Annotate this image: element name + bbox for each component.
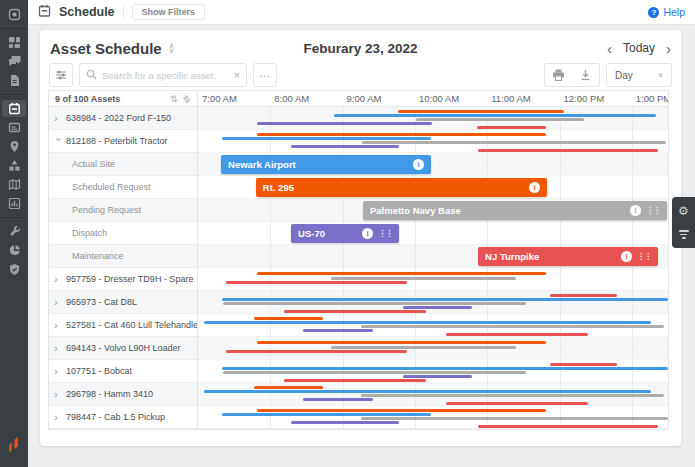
gantt-bar-red[interactable]: [446, 402, 588, 405]
gantt-block[interactable]: US-70i⋮⋮: [291, 224, 399, 243]
gantt-bar-gray[interactable]: [223, 371, 526, 374]
print-icon[interactable]: [545, 64, 572, 86]
gantt-bar-red[interactable]: [550, 363, 617, 366]
gantt-bar-gray[interactable]: [361, 325, 664, 328]
next-day-icon[interactable]: ›: [666, 41, 671, 56]
gantt-bar-orange[interactable]: [257, 341, 546, 344]
gantt-block[interactable]: Palmetto Navy Basei⋮⋮: [363, 201, 667, 220]
collapse-all-icon[interactable]: ⇆: [183, 94, 191, 104]
asset-row[interactable]: ›296798 - Hamm 3410: [49, 383, 197, 406]
gantt-bar-purple[interactable]: [291, 421, 399, 424]
map-icon[interactable]: [2, 176, 26, 193]
chevron-right-icon[interactable]: ›: [54, 320, 62, 331]
help-link[interactable]: ? Help: [648, 6, 685, 18]
app-target-icon[interactable]: [2, 6, 26, 23]
gantt-bar-purple[interactable]: [303, 329, 373, 332]
gantt-bar-red[interactable]: [446, 333, 588, 336]
chevron-right-icon[interactable]: ›: [54, 297, 62, 308]
info-icon[interactable]: i: [529, 182, 540, 193]
chevron-down-icon[interactable]: ›: [53, 137, 64, 145]
chevron-right-icon[interactable]: ›: [54, 366, 62, 377]
gantt-block[interactable]: Rt. 295i: [256, 178, 547, 197]
gantt-bar-gray[interactable]: [416, 118, 584, 121]
show-filters-button[interactable]: Show Filters: [132, 4, 206, 20]
schedule-icon[interactable]: [2, 100, 26, 117]
gantt-bar-red[interactable]: [226, 350, 407, 353]
gantt-bar-gray[interactable]: [362, 141, 666, 144]
asset-subrow[interactable]: Maintenance: [49, 245, 197, 268]
gantt-bar-orange[interactable]: [254, 317, 323, 320]
gantt-bar-blue[interactable]: [334, 114, 656, 117]
gantt-bar-blue[interactable]: [222, 137, 431, 140]
gantt-bar-purple[interactable]: [403, 306, 472, 309]
chevron-right-icon[interactable]: ›: [54, 412, 62, 423]
chevron-right-icon[interactable]: ›: [54, 274, 62, 285]
info-icon[interactable]: i: [621, 251, 632, 262]
gantt-bar-blue[interactable]: [222, 413, 431, 416]
gear-icon[interactable]: ⚙: [678, 205, 689, 217]
shield-check-icon[interactable]: [2, 261, 26, 278]
gantt-bar-gray[interactable]: [361, 417, 668, 420]
gantt-bar-orange[interactable]: [257, 409, 546, 412]
gantt-bar-gray[interactable]: [331, 277, 516, 280]
gantt-bar-gray[interactable]: [223, 302, 526, 305]
sort-rows-icon[interactable]: ⇅: [170, 94, 178, 104]
filter-icon[interactable]: [679, 230, 689, 239]
asset-subrow[interactable]: Scheduled Request: [49, 176, 197, 199]
gantt-bar-red[interactable]: [284, 379, 426, 382]
gantt-block[interactable]: NJ Turnpikei⋮⋮: [478, 247, 658, 266]
chevron-right-icon[interactable]: ›: [54, 343, 62, 354]
gantt-bar-purple[interactable]: [303, 398, 373, 401]
gantt-bar-red[interactable]: [477, 126, 546, 129]
info-icon[interactable]: i: [413, 159, 424, 170]
gantt-bar-gray[interactable]: [331, 346, 516, 349]
asset-subrow[interactable]: Dispatch: [49, 222, 197, 245]
location-pin-icon[interactable]: [2, 138, 26, 155]
brand-logo[interactable]: [0, 436, 28, 455]
gantt-block[interactable]: Newark Airporti: [221, 155, 431, 174]
gantt-bar-orange[interactable]: [257, 133, 546, 136]
gantt-bar-blue[interactable]: [204, 321, 651, 324]
asset-row[interactable]: ›638984 - 2022 Ford F-150: [49, 107, 197, 130]
clear-search-icon[interactable]: ×: [234, 69, 240, 81]
asset-row[interactable]: ›107751 - Bobcat: [49, 360, 197, 383]
wrench-icon[interactable]: [2, 223, 26, 240]
chevron-right-icon[interactable]: ›: [54, 389, 62, 400]
chat-icon[interactable]: [2, 53, 26, 70]
search-input[interactable]: [102, 70, 229, 81]
today-button[interactable]: Today: [623, 41, 655, 55]
dashboard-icon[interactable]: [2, 34, 26, 51]
gantt-bar-red[interactable]: [226, 281, 407, 284]
gantt-bar-orange[interactable]: [398, 110, 564, 113]
gantt-bar-orange[interactable]: [257, 272, 546, 275]
info-icon[interactable]: i: [630, 205, 641, 216]
drag-handle-icon[interactable]: ⋮⋮: [646, 207, 660, 215]
gantt-bar-blue[interactable]: [222, 367, 668, 370]
gantt-bar-orange[interactable]: [254, 386, 323, 389]
prev-day-icon[interactable]: ‹: [607, 41, 612, 56]
asset-row[interactable]: ›812188 - Peterbilt Tractor: [49, 130, 197, 153]
info-icon[interactable]: i: [362, 228, 373, 239]
gantt-bar-purple[interactable]: [257, 122, 432, 125]
gantt-bar-red[interactable]: [550, 294, 617, 297]
asset-subrow[interactable]: Actual Site: [49, 153, 197, 176]
gantt-bar-blue[interactable]: [222, 298, 668, 301]
gantt-bar-gray[interactable]: [361, 394, 664, 397]
document-icon[interactable]: [2, 72, 26, 89]
gantt-bar-blue[interactable]: [204, 390, 651, 393]
asset-subrow[interactable]: Pending Request: [49, 199, 197, 222]
view-mode-select[interactable]: Day ∨: [606, 63, 672, 87]
asset-row[interactable]: ›527581 - Cat 460 Lull Telehandler: [49, 314, 197, 337]
gantt-bar-red[interactable]: [284, 310, 426, 313]
pie-chart-icon[interactable]: [2, 242, 26, 259]
asset-row[interactable]: ›798447 - Cab 1.5 Pickup: [49, 406, 197, 429]
gantt-bar-purple[interactable]: [291, 145, 399, 148]
asset-row[interactable]: ›965973 - Cat D8L: [49, 291, 197, 314]
title-sort-icon[interactable]: ∧∨: [169, 43, 175, 53]
chevron-right-icon[interactable]: ›: [54, 113, 62, 124]
filter-sliders-button[interactable]: [49, 63, 73, 87]
assets-shapes-icon[interactable]: [2, 157, 26, 174]
bar-chart-icon[interactable]: [2, 195, 26, 212]
gantt-bar-red[interactable]: [478, 425, 658, 428]
asset-row[interactable]: ›957759 - Dresser TD9H - Spare: [49, 268, 197, 291]
